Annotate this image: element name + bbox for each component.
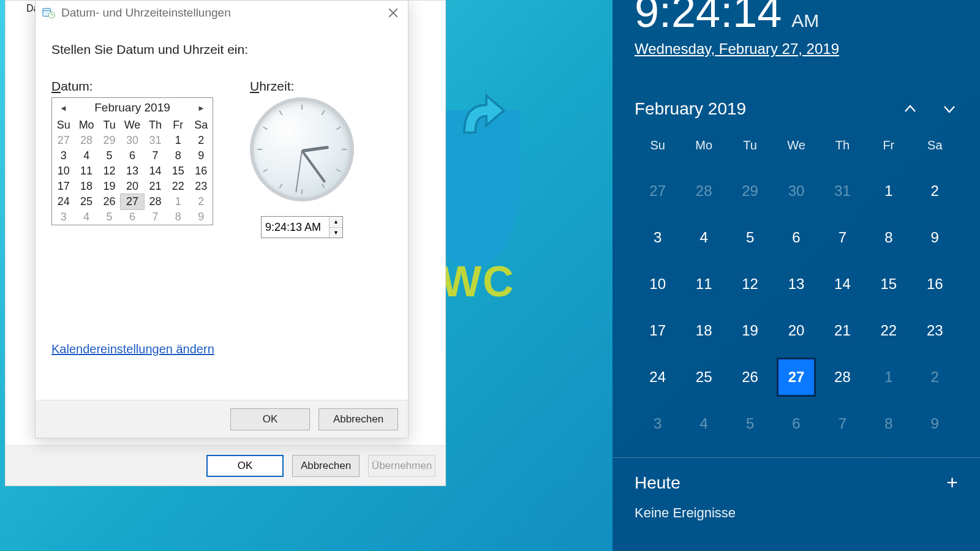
- flyout-calendar-day[interactable]: 5: [727, 406, 773, 441]
- flyout-calendar-day[interactable]: 8: [865, 220, 911, 255]
- calendar-settings-link[interactable]: Kalendereinstellungen ändern: [51, 342, 214, 356]
- flyout-calendar-day[interactable]: 3: [635, 220, 680, 255]
- flyout-calendar-day[interactable]: 7: [820, 406, 865, 441]
- mini-calendar-day[interactable]: 1: [167, 133, 189, 148]
- flyout-calendar-day[interactable]: 14: [820, 266, 865, 302]
- mini-calendar-day[interactable]: 31: [144, 133, 167, 148]
- mini-calendar-day[interactable]: 2: [190, 133, 213, 148]
- mini-calendar-day[interactable]: 26: [98, 194, 121, 209]
- flyout-calendar-day[interactable]: 25: [680, 359, 726, 395]
- mini-calendar-day[interactable]: 24: [52, 194, 75, 209]
- mini-calendar-day[interactable]: 5: [98, 209, 121, 225]
- flyout-date-link[interactable]: Wednesday, February 27, 2019: [635, 40, 958, 58]
- mini-calendar-day[interactable]: 9: [190, 209, 213, 225]
- flyout-calendar-day[interactable]: 17: [635, 313, 680, 348]
- mini-calendar-day[interactable]: 12: [98, 163, 121, 179]
- flyout-calendar-day[interactable]: 31: [820, 173, 865, 209]
- ok-button[interactable]: OK: [230, 408, 310, 430]
- flyout-calendar-day[interactable]: 18: [680, 313, 726, 348]
- flyout-calendar-day[interactable]: 28: [680, 173, 726, 209]
- flyout-calendar-day[interactable]: 26: [727, 359, 773, 395]
- mini-calendar-day[interactable]: 10: [52, 163, 75, 179]
- mini-calendar-day[interactable]: 7: [144, 209, 167, 225]
- mini-calendar-day[interactable]: 6: [121, 148, 143, 163]
- flyout-calendar-day[interactable]: 19: [727, 313, 773, 348]
- mini-calendar-day[interactable]: 30: [121, 133, 143, 148]
- add-event-button[interactable]: +: [946, 471, 958, 494]
- prev-month-button[interactable]: ◄: [56, 102, 71, 114]
- flyout-calendar-day[interactable]: 23: [912, 313, 958, 348]
- mini-calendar-day[interactable]: 6: [121, 209, 143, 225]
- flyout-calendar-day[interactable]: 10: [635, 266, 680, 302]
- mini-calendar-day[interactable]: 27: [121, 194, 143, 209]
- flyout-next-month[interactable]: [941, 100, 958, 118]
- flyout-prev-month[interactable]: [902, 100, 919, 118]
- flyout-calendar-day[interactable]: 9: [912, 406, 958, 441]
- flyout-calendar-day[interactable]: 12: [727, 266, 773, 302]
- flyout-calendar-day[interactable]: 27: [773, 359, 819, 395]
- mini-calendar-day[interactable]: 9: [190, 148, 213, 163]
- flyout-calendar-day[interactable]: 6: [773, 220, 819, 255]
- mini-calendar-day[interactable]: 14: [144, 163, 167, 179]
- mini-calendar-day[interactable]: 29: [98, 133, 121, 148]
- flyout-calendar-day[interactable]: 11: [680, 266, 726, 302]
- flyout-calendar-day[interactable]: 4: [680, 406, 726, 441]
- cancel-button[interactable]: Abbrechen: [318, 408, 398, 430]
- mini-calendar-day[interactable]: 20: [121, 179, 143, 194]
- mini-calendar-day[interactable]: 23: [190, 179, 213, 194]
- mini-calendar-day[interactable]: 3: [52, 209, 75, 225]
- mini-calendar-day[interactable]: 25: [75, 194, 97, 209]
- mini-calendar-day[interactable]: 7: [144, 148, 167, 163]
- flyout-calendar-day[interactable]: 7: [820, 220, 865, 255]
- flyout-calendar-day[interactable]: 13: [773, 266, 819, 302]
- parent-ok-button[interactable]: OK: [206, 455, 284, 477]
- flyout-calendar-day[interactable]: 24: [635, 359, 680, 395]
- mini-calendar-day[interactable]: 21: [144, 179, 167, 194]
- close-button[interactable]: [385, 4, 402, 21]
- time-spin-up[interactable]: ▲: [330, 217, 342, 228]
- flyout-calendar-day[interactable]: 28: [820, 359, 865, 395]
- flyout-calendar-day[interactable]: 29: [727, 173, 773, 209]
- flyout-calendar-day[interactable]: 30: [773, 173, 819, 209]
- mini-calendar-day[interactable]: 3: [52, 148, 75, 163]
- mini-calendar-day[interactable]: 17: [52, 179, 75, 194]
- time-input[interactable]: [262, 217, 329, 238]
- flyout-calendar-day[interactable]: 1: [865, 359, 911, 395]
- mini-calendar-day[interactable]: 15: [167, 163, 189, 179]
- mini-calendar-day[interactable]: 28: [144, 194, 167, 209]
- flyout-calendar-day[interactable]: 1: [865, 173, 911, 209]
- mini-calendar-day[interactable]: 19: [98, 179, 121, 194]
- mini-calendar-day[interactable]: 28: [75, 133, 97, 148]
- mini-calendar-day[interactable]: 8: [167, 148, 189, 163]
- flyout-calendar-day[interactable]: 27: [635, 173, 680, 209]
- mini-calendar-day[interactable]: 11: [75, 163, 97, 179]
- flyout-calendar-day[interactable]: 15: [865, 266, 911, 302]
- mini-calendar-day[interactable]: 2: [190, 194, 213, 209]
- next-month-button[interactable]: ►: [194, 102, 209, 114]
- flyout-calendar-day[interactable]: 5: [727, 220, 773, 255]
- flyout-calendar-day[interactable]: 6: [773, 406, 819, 441]
- flyout-calendar-day[interactable]: 2: [912, 359, 958, 395]
- flyout-calendar-day[interactable]: 22: [865, 313, 911, 348]
- mini-calendar-title[interactable]: February 2019: [94, 101, 170, 114]
- parent-cancel-button[interactable]: Abbrechen: [292, 455, 360, 477]
- mini-calendar-day[interactable]: 4: [75, 148, 97, 163]
- mini-calendar-day[interactable]: 5: [98, 148, 121, 163]
- flyout-calendar-day[interactable]: 4: [680, 220, 726, 255]
- mini-calendar-day[interactable]: 22: [167, 179, 189, 194]
- time-spin-down[interactable]: ▼: [330, 228, 342, 238]
- mini-calendar-day[interactable]: 4: [75, 209, 97, 225]
- flyout-calendar-day[interactable]: 2: [912, 173, 958, 209]
- flyout-calendar-day[interactable]: 20: [773, 313, 819, 348]
- flyout-calendar-day[interactable]: 16: [912, 266, 958, 302]
- mini-calendar-day[interactable]: 13: [121, 163, 143, 179]
- flyout-calendar-day[interactable]: 8: [865, 406, 911, 441]
- flyout-month-title[interactable]: February 2019: [635, 99, 746, 119]
- flyout-calendar-day[interactable]: 3: [635, 406, 680, 441]
- flyout-calendar-day[interactable]: 21: [820, 313, 865, 348]
- mini-calendar-day[interactable]: 18: [75, 179, 97, 194]
- flyout-calendar-day[interactable]: 9: [912, 220, 958, 255]
- mini-calendar-day[interactable]: 8: [167, 209, 189, 225]
- mini-calendar-day[interactable]: 27: [52, 133, 75, 148]
- mini-calendar-day[interactable]: 1: [167, 194, 189, 209]
